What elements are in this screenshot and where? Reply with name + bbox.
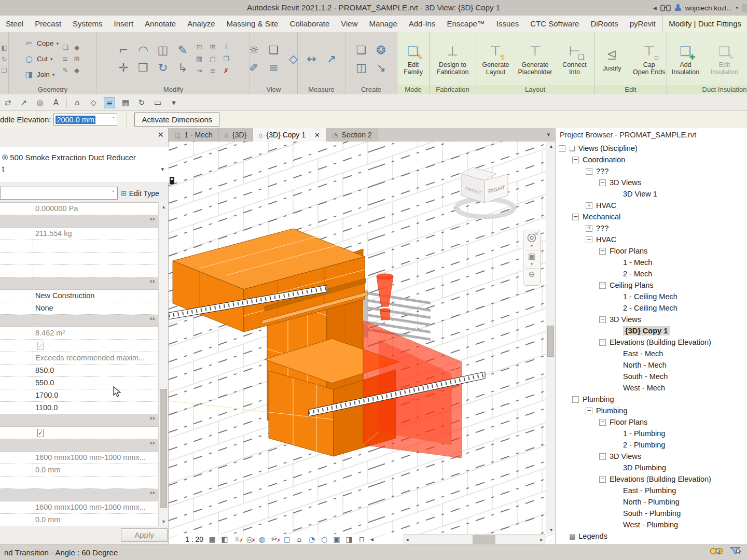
tree-item-views-discipline[interactable]: −❏Views (Discipline) — [556, 143, 747, 154]
detail-level-icon[interactable]: ▦ — [208, 535, 217, 544]
tree-item-3d-view-1[interactable]: 3D View 1 — [556, 188, 747, 200]
view-tab-list-icon[interactable]: ▾ — [547, 128, 555, 142]
design-to-fabrication-button[interactable]: ⊥Design toFabrication — [434, 42, 472, 76]
tree-item-south-mech[interactable]: South - Mech — [556, 371, 747, 382]
tree-expander-icon[interactable]: − — [586, 236, 592, 243]
close-icon[interactable]: ✕ — [157, 130, 164, 139]
ribbon-tab-enscape[interactable]: Enscape™ — [441, 16, 490, 32]
tree-item-elevations-building-elevation[interactable]: −Elevations (Building Elevation) — [556, 337, 747, 348]
section-box-icon[interactable]: ↻ — [136, 97, 147, 108]
signed-in-user[interactable]: wojciech.kozl... — [685, 4, 732, 12]
type-selector[interactable]: ® 500 Smoke Extraction Duct Reducer t ▾ — [0, 147, 169, 183]
tree-item-3d-copy-1[interactable]: {3D} Copy 1 — [556, 325, 747, 337]
navbar-chevron-icon[interactable]: ▾ — [531, 243, 533, 249]
property-row[interactable]: 211.554 kg — [0, 228, 158, 240]
measure-line-icon[interactable]: ↗ — [324, 53, 339, 65]
sun-path-icon[interactable]: ☼✗ — [232, 535, 242, 544]
cope-button[interactable]: ⌐Cope▾ — [24, 37, 59, 50]
tree-item-east-mech[interactable]: East - Mech — [556, 348, 747, 359]
property-row[interactable]: None — [0, 302, 158, 315]
tab-3d[interactable]: ⌂{3D} — [219, 128, 253, 142]
close-hidden-windows-icon[interactable]: ▦ — [120, 97, 131, 108]
thin-lines-icon[interactable]: ≡ — [266, 62, 282, 74]
geo-extra-4-icon[interactable]: ⊞ — [72, 55, 81, 62]
ribbon-tab-precast[interactable]: Precast — [29, 16, 67, 32]
more-icon[interactable]: ▾ — [168, 97, 179, 108]
property-checkbox[interactable]: ✓ — [37, 429, 44, 437]
tag-icon[interactable]: ◎ — [34, 97, 46, 108]
tree-expander-icon[interactable]: − — [599, 339, 606, 346]
lock-position-icon[interactable]: ⊓ — [357, 535, 366, 544]
tree-expander-icon[interactable]: − — [586, 408, 592, 414]
vscroll-thumb[interactable] — [547, 326, 554, 357]
move-icon[interactable]: ✛ — [116, 62, 131, 74]
close-view-icon[interactable]: ✕ — [314, 131, 320, 139]
split-icon[interactable]: ⊡ — [195, 44, 204, 50]
create-parts-icon[interactable]: ◫ — [354, 62, 369, 74]
elbow-icon[interactable]: ↳ — [175, 62, 190, 74]
vscroll-down-icon[interactable]: ▾ — [546, 525, 555, 534]
justify-button[interactable]: ⊴Justify — [594, 46, 630, 72]
unpin-icon[interactable]: ⊥ — [222, 44, 231, 50]
tree-item-3d-views[interactable]: −3D Views — [556, 451, 747, 462]
tree-item-mechanical[interactable]: −Mechanical — [556, 211, 747, 222]
viewcube[interactable]: FRONT RIGHT — [453, 162, 520, 225]
text-icon[interactable]: A — [50, 97, 62, 108]
tree-item-3d-views[interactable]: −3D Views — [556, 177, 747, 188]
tree-item-east-plumbing[interactable]: East - Plumbing — [556, 485, 747, 496]
tree-item-1-mech[interactable]: 1 - Mech — [556, 257, 747, 268]
add-insulation-button[interactable]: ❑✚AddInsulation — [667, 42, 704, 76]
edit-type-button[interactable]: ⊞ Edit Type — [121, 187, 168, 200]
tree-item-floor-plans[interactable]: −Floor Plans — [556, 245, 747, 257]
property-row[interactable]: 1600 mmx1000 mm-1000 mmx... — [0, 452, 158, 464]
locked-3d-icon[interactable]: ⌂ — [295, 535, 304, 544]
ribbon-tab-contextual[interactable]: Modify | Duct Fittings — [662, 16, 747, 32]
vscroll-up-icon[interactable]: ▴ — [546, 142, 555, 150]
tree-item-floor-plans[interactable]: −Floor Plans — [556, 416, 747, 428]
user-menu-arrow-icon[interactable]: ▾ — [736, 5, 738, 10]
tree-item-2-plumbing[interactable]: 2 - Plumbing — [556, 439, 747, 451]
geo-extra-5-icon[interactable]: ✎ — [61, 67, 70, 74]
ribbon-tab-manage[interactable]: Manage — [364, 16, 403, 32]
join-button[interactable]: ◨Join▾ — [24, 68, 59, 81]
ribbon-tab-view[interactable]: View — [335, 16, 363, 32]
tree-item-1-plumbing[interactable]: 1 - Plumbing — [556, 428, 747, 439]
property-row[interactable]: ✓ — [0, 427, 158, 439]
geo-extra-3-icon[interactable]: ≡ — [61, 55, 70, 62]
ribbon-tab-analyze[interactable]: Analyze — [182, 16, 220, 32]
property-row[interactable]: 0.0 mm — [0, 514, 158, 526]
tree-item-elevations-building-elevation[interactable]: −Elevations (Building Elevation) — [556, 473, 747, 485]
generate-layout-button[interactable]: ⊤↯GenerateLayout — [477, 42, 515, 76]
ribbon-tab-pyrevit[interactable]: pyRevit — [624, 16, 661, 32]
tree-item-hvac[interactable]: +HVAC — [556, 200, 747, 211]
measure-ruler-icon[interactable]: ↔ — [304, 53, 320, 65]
elevation-dropdown-icon[interactable]: ˅ — [112, 117, 115, 122]
property-checkbox[interactable]: ✓ — [37, 342, 44, 350]
connect-into-button[interactable]: ⊢❑ConnectInto — [556, 42, 593, 76]
view-scale[interactable]: 1 : 20 — [185, 535, 203, 543]
delete-icon[interactable]: ✗ — [222, 67, 231, 74]
tree-item-2-ceiling-mech[interactable]: 2 - Ceiling Mech — [556, 302, 747, 314]
tree-expander-icon[interactable]: − — [599, 282, 606, 289]
tree-expander-icon[interactable]: − — [599, 248, 606, 255]
tree-item-[interactable]: −??? — [556, 165, 747, 177]
tree-item-plumbing[interactable]: −Plumbing — [556, 405, 747, 416]
render-view-icon[interactable]: ❏ — [266, 44, 282, 57]
ribbon-tab-add-ins[interactable]: Add-Ins — [403, 16, 441, 32]
property-row[interactable]: 0.0 mm — [0, 464, 158, 477]
property-row[interactable]: ✓ — [0, 340, 158, 352]
visual-style-icon[interactable]: ◧ — [220, 535, 229, 544]
apply-button[interactable]: Apply — [121, 528, 168, 542]
property-row[interactable]: 550.0 — [0, 377, 158, 389]
back-arrow-icon[interactable]: ◂ — [653, 4, 657, 12]
home-view-icon[interactable]: ⌂ — [72, 97, 83, 108]
create-similar-icon[interactable]: ❂ — [374, 44, 389, 57]
ribbon-tab-diroots[interactable]: DiRoots — [585, 16, 624, 32]
copy-icon[interactable]: ❐ — [135, 62, 151, 74]
split-gap-icon[interactable]: ⊞ — [208, 44, 217, 50]
rotate-icon[interactable]: ↻ — [155, 62, 171, 74]
tree-item-north-mech[interactable]: North - Mech — [556, 359, 747, 371]
geo-extra-6-icon[interactable]: ◆ — [72, 67, 81, 74]
tree-expander-icon[interactable]: + — [586, 202, 592, 209]
ribbon-tab-steel[interactable]: Steel — [0, 16, 29, 32]
